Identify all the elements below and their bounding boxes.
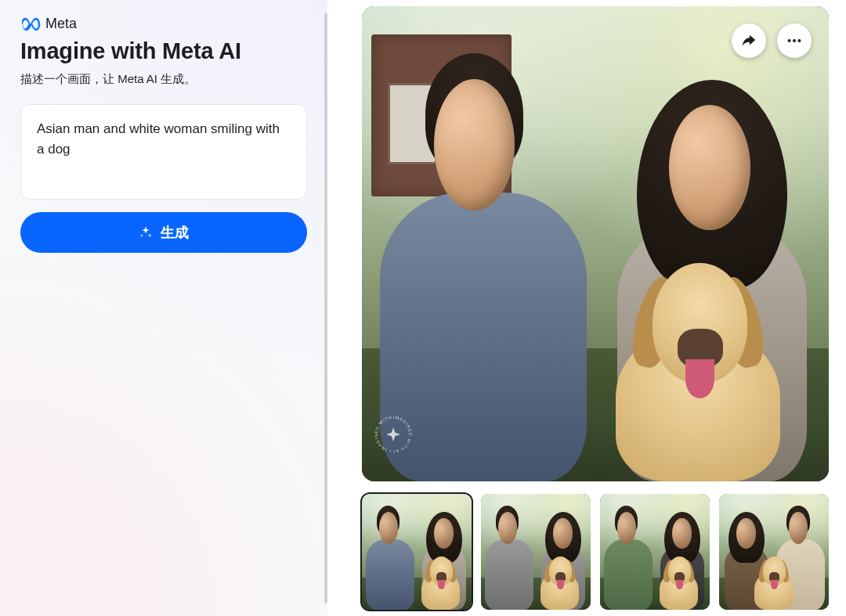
content: IMAGINED WITH AI • IMAGINED WITH AI • (327, 0, 846, 616)
thumbnail-3[interactable] (600, 494, 710, 610)
ai-watermark-icon: IMAGINED WITH AI • IMAGINED WITH AI • (373, 414, 414, 455)
meta-logo-icon (20, 17, 41, 31)
page-subtitle: 描述一个画面，让 Meta AI 生成。 (20, 72, 307, 87)
svg-point-2 (793, 39, 796, 42)
svg-point-1 (788, 39, 791, 42)
page-title: Imagine with Meta AI (20, 38, 307, 64)
generate-button[interactable]: 生成 (20, 212, 307, 253)
sparkle-icon (139, 225, 153, 240)
generated-scene (362, 6, 829, 481)
prompt-input[interactable]: Asian man and white woman smiling with a… (20, 104, 307, 200)
thumbnail-row (362, 494, 840, 610)
share-icon (740, 32, 757, 49)
dog (595, 263, 801, 481)
thumbnail-1[interactable] (362, 494, 472, 610)
image-actions (732, 23, 812, 58)
thumbnail-4[interactable] (719, 494, 829, 610)
svg-point-3 (797, 39, 801, 42)
thumbnail-2[interactable] (481, 494, 591, 610)
generate-button-label: 生成 (161, 223, 189, 242)
sidebar: Meta Imagine with Meta AI 描述一个画面，让 Meta … (0, 0, 327, 616)
share-button[interactable] (732, 23, 766, 58)
main-image[interactable]: IMAGINED WITH AI • IMAGINED WITH AI • (362, 6, 829, 481)
brand: Meta (20, 16, 307, 32)
brand-name: Meta (45, 16, 77, 32)
more-button[interactable] (777, 23, 812, 58)
more-icon (786, 32, 803, 49)
sidebar-divider (324, 13, 327, 603)
